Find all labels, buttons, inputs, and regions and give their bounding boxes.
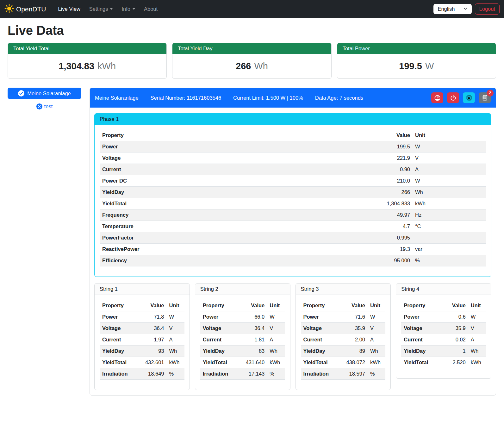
property-cell: Irradiation	[100, 368, 140, 380]
nav-item-settings[interactable]: Settings	[85, 3, 117, 15]
unit-cell: %	[368, 368, 385, 380]
total-yield-total-value: 1,304.83	[59, 61, 94, 72]
power-toggle-button[interactable]	[447, 92, 459, 103]
inverter-actions: 2	[431, 92, 491, 103]
property-cell: ReactivePower	[100, 244, 355, 255]
property-cell: Power	[100, 141, 355, 153]
event-log-button[interactable]: 2	[479, 92, 491, 103]
table-row: YieldTotal431.640kWh	[200, 357, 285, 368]
unit-cell: Wh	[368, 346, 385, 357]
inverter-header: Meine Solaranlage Serial Number: 1161716…	[90, 88, 496, 108]
page-title: Live Data	[8, 23, 496, 38]
value-cell: 2.00	[341, 334, 368, 346]
column-unit: Unit	[267, 300, 285, 311]
table-row: YieldDay83Wh	[200, 346, 285, 357]
column-property: Property	[100, 130, 355, 141]
property-cell: Current	[200, 334, 241, 346]
table-row: YieldTotal1,304.833kWh	[100, 198, 486, 209]
value-cell: 71.6	[341, 311, 368, 323]
nav-item-info[interactable]: Info	[118, 3, 139, 15]
limit-settings-button[interactable]	[431, 92, 443, 103]
column-unit: Unit	[368, 300, 385, 311]
string-1-table: Property Value Unit Power71.8WVoltage36.…	[100, 300, 184, 380]
power-icon	[450, 94, 457, 101]
property-cell: Irradiation	[301, 368, 342, 380]
property-cell: Current	[401, 334, 442, 346]
chevron-down-icon	[133, 8, 135, 10]
column-unit: Unit	[413, 130, 486, 141]
inverter-select-button[interactable]: Meine Solaranlage	[8, 88, 81, 99]
property-cell: Voltage	[301, 323, 342, 334]
inverter-limit: Current Limit: 1,500 W | 100%	[233, 95, 303, 101]
unit-cell: V	[267, 323, 285, 334]
property-cell: Power	[401, 311, 442, 323]
value-cell: 0.6	[442, 311, 468, 323]
value-cell: 18.649	[140, 368, 167, 380]
property-cell: YieldDay	[301, 346, 342, 357]
unit-cell: W	[167, 311, 184, 323]
unit-cell: W	[368, 311, 385, 323]
total-yield-day-unit: Wh	[254, 61, 268, 72]
card-total-yield-total: Total Yield Total 1,304.83 kWh	[8, 43, 167, 79]
inverter-body: Phase 1 Property Value Unit Power199.5WV…	[90, 108, 496, 395]
device-info-button[interactable]	[463, 92, 475, 103]
property-cell: Irradiation	[200, 368, 241, 380]
string-card-4: String 4 Property Value Unit	[396, 283, 491, 379]
value-cell: 199.5	[355, 141, 413, 153]
value-cell: 0.90	[355, 164, 413, 175]
value-cell: 4.7	[355, 221, 413, 232]
event-count-badge: 2	[487, 90, 494, 97]
unit-cell: °C	[413, 221, 486, 232]
total-power-unit: W	[425, 61, 434, 72]
property-cell: Current	[100, 334, 140, 346]
value-cell: 19.3	[355, 244, 413, 255]
phase-table: Property Value Unit Power199.5WVoltage22…	[100, 130, 486, 266]
nav-item-about[interactable]: About	[140, 3, 161, 15]
card-total-yield-day: Total Yield Day 266 Wh	[172, 43, 331, 79]
table-row: Current1.81A	[200, 334, 285, 346]
nav-item-live-view[interactable]: Live View	[54, 3, 84, 15]
column-unit: Unit	[167, 300, 184, 311]
unit-cell: V	[368, 323, 385, 334]
brand[interactable]: OpenDTU	[4, 4, 46, 15]
language-value: English	[438, 6, 455, 12]
string-card-1: String 1 Property Value Unit	[94, 283, 190, 390]
unit-cell: Wh	[468, 346, 486, 357]
property-cell: YieldTotal	[100, 357, 140, 368]
table-row: Power DC210.0W	[100, 175, 486, 187]
table-row: YieldTotal432.601kWh	[100, 357, 184, 368]
table-row: YieldDay1Wh	[401, 346, 486, 357]
property-cell: Current	[100, 164, 355, 175]
main-row: Meine Solaranlage test Meine Solaranlage…	[8, 88, 496, 396]
inverter-item-test[interactable]: test	[8, 103, 81, 109]
column-property: Property	[200, 300, 241, 311]
value-cell: 266	[355, 187, 413, 198]
table-row: YieldDay266Wh	[100, 187, 486, 198]
table-header-row: Property Value Unit	[301, 300, 386, 311]
unit-cell: %	[267, 368, 285, 380]
table-row: Voltage35.9V	[401, 323, 486, 334]
unit-cell: kWh	[468, 357, 486, 368]
value-cell: 35.9	[341, 323, 368, 334]
check-circle-icon	[18, 90, 24, 97]
inverter-serial: Serial Number: 116171603546	[151, 95, 221, 101]
inverter-data-age: Data Age: 7 seconds	[315, 95, 363, 101]
unit-cell: %	[413, 255, 486, 266]
unit-cell: W	[413, 141, 486, 153]
table-row: YieldTotal438.072kWh	[301, 357, 386, 368]
unit-cell: A	[468, 334, 486, 346]
value-cell: 0.02	[442, 334, 468, 346]
table-header-row: Property Value Unit	[100, 130, 486, 141]
table-header-row: Property Value Unit	[401, 300, 486, 311]
unit-cell: kWh	[267, 357, 285, 368]
language-select[interactable]: English	[433, 4, 471, 14]
total-yield-day-value: 266	[236, 61, 251, 72]
property-cell: Voltage	[200, 323, 241, 334]
string-3-table: Property Value Unit Power71.6WVoltage35.…	[301, 300, 386, 380]
string-title: String 2	[195, 284, 290, 295]
inverter-sidebar: Meine Solaranlage test	[8, 88, 81, 109]
value-cell: 93	[140, 346, 167, 357]
logout-button[interactable]: Logout	[475, 3, 500, 15]
table-row: Voltage221.9V	[100, 153, 486, 164]
total-power-value: 199.5	[399, 61, 422, 72]
